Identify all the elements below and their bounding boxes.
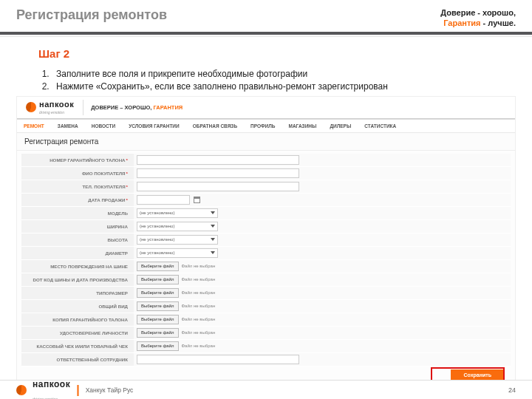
save-button[interactable]: Сохранить [451, 369, 505, 381]
form-page-title: Регистрация ремонта [17, 133, 515, 151]
page-number: 24 [508, 386, 516, 394]
brand-logo[interactable]: напкоок driving emotion [17, 97, 83, 118]
file-button-receipt[interactable]: Выберите файл [137, 341, 179, 351]
nav-item-repair[interactable]: РЕМОНТ [17, 120, 51, 132]
file-button-ticket-copy[interactable]: Выберите файл [137, 315, 179, 324]
ticket-input[interactable] [137, 155, 299, 165]
footer-company: Ханкук Тайр Рус [86, 386, 134, 394]
label-height: ВЫСОТА [21, 233, 134, 246]
label-ticket: НОМЕР ГАРАНТИЙНОГО ТАЛОНА [21, 154, 134, 166]
brand-text: напкоок [33, 379, 70, 389]
nav-item-warranty[interactable]: УСЛОВИЯ ГАРАНТИИ [122, 120, 185, 132]
nav-item-shops[interactable]: МАГАЗИНЫ [282, 120, 324, 132]
employee-input[interactable] [137, 355, 299, 364]
label-view: ОБЩИЙ ВИД [21, 300, 134, 313]
label-id: УДОСТОВЕРЕНИЕ ЛИЧНОСТИ [21, 327, 134, 339]
label-model: МОДЕЛЬ [21, 207, 134, 219]
file-button-dot[interactable]: Выберите файл [137, 275, 179, 284]
file-status: Файл не выбран [182, 344, 216, 348]
file-button-damage[interactable]: Выберите файл [137, 262, 179, 271]
nav-item-news[interactable]: НОВОСТИ [85, 120, 123, 132]
file-status: Файл не выбран [182, 317, 216, 321]
file-button-size[interactable]: Выберите файл [137, 288, 179, 298]
divider-dark [0, 32, 532, 35]
phone-input[interactable] [137, 182, 299, 191]
label-date: ДАТА ПРОДАЖИ [21, 194, 134, 206]
nav-item-replace[interactable]: ЗАМЕНА [51, 120, 85, 132]
chevron-down-icon [211, 225, 215, 228]
model-select[interactable]: (не установлено) [137, 208, 218, 218]
step-heading: Шаг 2 [38, 47, 516, 60]
label-ticket-copy: КОПИЯ ГАРАНТИЙНОГО ТАЛОНА [21, 313, 134, 326]
hankook-swirl-icon [16, 385, 27, 395]
diameter-select[interactable]: (не установлено) [137, 248, 218, 258]
date-input[interactable] [137, 195, 190, 205]
label-size: ТИПОРАЗМЕР [21, 287, 134, 299]
site-slogan: ДОВЕРИЕ – ХОРОШО, ГАРАНТИЯ [83, 100, 190, 115]
fio-input[interactable] [137, 168, 299, 178]
nav-item-stats[interactable]: СТАТИСТИКА [358, 120, 403, 132]
chevron-down-icon [211, 251, 215, 254]
label-dot: DOT КОД ШИНЫ И ДАТА ПРОИЗВОДСТВА [21, 273, 134, 286]
slide-footer: напкоок driving emotion | Ханкук Тайр Ру… [0, 380, 532, 399]
brand-motto: driving emotion [33, 397, 58, 400]
file-status: Файл не выбран [182, 264, 216, 268]
file-status: Файл не выбран [182, 290, 216, 295]
label-employee: ОТВЕТСТВЕННЫЙ СОТРУДНИК [21, 353, 134, 366]
calendar-icon[interactable] [193, 196, 201, 204]
footer-logo: напкоок driving emotion [16, 377, 70, 400]
site-header: напкоок driving emotion ДОВЕРИЕ – ХОРОШО… [17, 97, 515, 119]
embedded-screenshot: напкоок driving emotion ДОВЕРИЕ – ХОРОШО… [16, 96, 516, 386]
page-title: Регистрация ремонтов [16, 7, 167, 23]
nav-item-dealers[interactable]: ДИЛЕРЫ [323, 120, 358, 132]
instruction-item: Нажмите «Сохранить», если все заполнено … [52, 81, 516, 92]
label-damage: МЕСТО ПОВРЕЖДЕНИЯ НА ШИНЕ [21, 260, 134, 273]
file-button-view[interactable]: Выберите файл [137, 301, 179, 311]
instruction-list: Заполните все поля и прикрепите необходи… [52, 69, 516, 92]
file-button-id[interactable]: Выберите файл [137, 328, 179, 338]
chevron-down-icon [211, 238, 215, 241]
label-width: ШИРИНА [21, 220, 134, 233]
nav-item-feedback[interactable]: ОБРАТНАЯ СВЯЗЬ [186, 120, 244, 132]
height-select[interactable]: (не установлено) [137, 235, 218, 245]
repair-form: НОМЕР ГАРАНТИЙНОГО ТАЛОНА ФИО ПОКУПАТЕЛЯ… [17, 151, 515, 385]
label-receipt: КАССОВЫЙ ЧЕК И/ИЛИ ТОВАРНЫЙ ЧЕК [21, 340, 134, 352]
file-status: Файл не выбран [182, 277, 216, 282]
label-diameter: ДИАМЕТР [21, 247, 134, 259]
hankook-swirl-icon [26, 102, 36, 112]
brand-text: напкоок [39, 100, 74, 109]
footer-separator: | [76, 383, 79, 397]
label-phone: ТЕЛ. ПОКУПАТЕЛЯ [21, 180, 134, 193]
file-status: Файл не выбран [182, 304, 216, 308]
chevron-down-icon [211, 211, 215, 214]
label-fio: ФИО ПОКУПАТЕЛЯ [21, 167, 134, 180]
main-nav: РЕМОНТ ЗАМЕНА НОВОСТИ УСЛОВИЯ ГАРАНТИИ О… [17, 119, 515, 133]
width-select[interactable]: (не установлено) [137, 222, 218, 231]
nav-item-profile[interactable]: ПРОФИЛЬ [244, 120, 282, 132]
instruction-item: Заполните все поля и прикрепите необходи… [52, 69, 516, 79]
file-status: Файл не выбран [182, 330, 216, 335]
tagline: Доверие - хорошо, Гарантия - лучше. [440, 7, 516, 29]
brand-motto: driving emotion [39, 110, 64, 115]
